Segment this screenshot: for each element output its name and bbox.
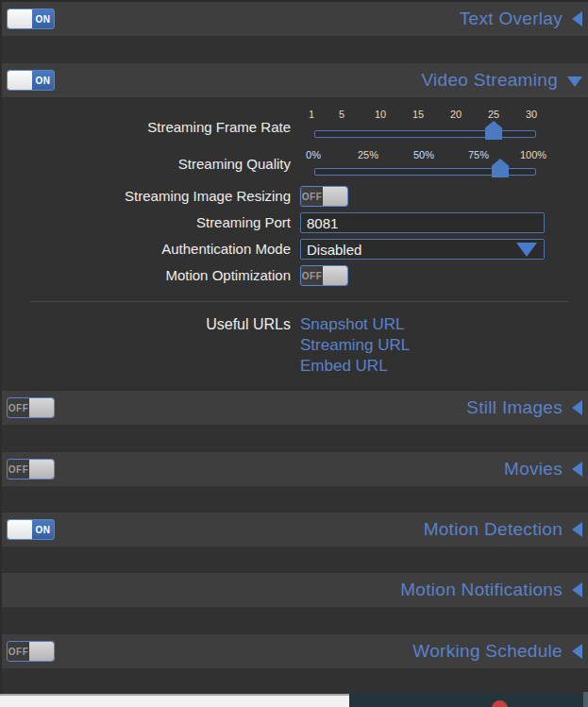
toggle-state-label: ON (32, 9, 54, 28)
section-header-right: Movies (504, 459, 582, 480)
frame-rate-slider-handle[interactable] (485, 121, 502, 140)
streaming-frame-rate-slider[interactable] (314, 130, 536, 138)
toggle-knob (29, 460, 54, 479)
frame-rate-tick: 25 (488, 109, 499, 121)
section-header-right: Still Images (466, 397, 582, 418)
frame-rate-tick: 10 (375, 109, 386, 121)
scrollbar-fragment[interactable] (583, 692, 588, 707)
panel-left-edge (0, 0, 2, 694)
frame-rate-tick: 30 (526, 109, 537, 121)
chevron-left-icon (572, 522, 582, 537)
collapsed-section-spacer (0, 36, 588, 63)
section-header-motion-detection[interactable]: ON Motion Detection (0, 513, 588, 547)
frame-rate-tick: 5 (339, 109, 344, 121)
toggle-state-label: OFF (8, 460, 29, 479)
snapshot-url-link[interactable]: Snapshot URL (300, 315, 405, 334)
collapsed-section-spacer (0, 547, 588, 573)
quality-tick: 50% (413, 149, 434, 161)
toggle-knob (8, 520, 32, 539)
section-header-right: Motion Detection (424, 519, 582, 540)
settings-panel: ON Text Overlay ON Video Streaming Strea… (0, 0, 588, 707)
toggle-state-label: OFF (8, 642, 29, 661)
toggle-knob (323, 187, 347, 206)
section-title-text-overlay[interactable]: Text Overlay (460, 8, 563, 29)
streaming-url-link[interactable]: Streaming URL (300, 336, 410, 355)
section-header-motion-notifications[interactable]: Motion Notifications (0, 573, 588, 607)
motion-detection-toggle[interactable]: ON (7, 519, 55, 540)
still-images-toggle[interactable]: OFF (7, 397, 55, 418)
section-title-motion-detection[interactable]: Motion Detection (424, 519, 563, 540)
text-overlay-toggle[interactable]: ON (7, 8, 55, 29)
section-title-video-streaming[interactable]: Video Streaming (421, 70, 558, 91)
panel-bottom-spacer (0, 668, 588, 694)
embed-url-link[interactable]: Embed URL (300, 357, 388, 376)
toggle-knob (8, 9, 32, 28)
streaming-port-label: Streaming Port (0, 213, 291, 232)
toggle-state-label: OFF (301, 266, 323, 285)
section-header-video-streaming[interactable]: ON Video Streaming (0, 63, 588, 97)
section-divider (30, 301, 568, 302)
section-header-right: Text Overlay (460, 8, 582, 29)
quality-tick: 75% (468, 149, 489, 161)
frame-rate-label: Streaming Frame Rate (0, 118, 291, 137)
section-header-right: Working Schedule (412, 641, 582, 662)
section-title-still-images[interactable]: Still Images (466, 397, 563, 418)
section-header-right: Video Streaming (421, 70, 582, 91)
working-schedule-toggle[interactable]: OFF (7, 641, 55, 662)
auth-mode-select[interactable]: Disabled (300, 239, 545, 260)
toggle-knob (8, 71, 32, 90)
auth-mode-selected-value: Disabled (307, 242, 361, 258)
section-header-right: Motion Notifications (400, 580, 582, 600)
useful-urls-label: Useful URLs (0, 315, 291, 334)
section-header-text-overlay[interactable]: ON Text Overlay (0, 2, 588, 36)
toggle-knob (323, 266, 347, 285)
light-page-area (0, 694, 349, 707)
collapsed-section-spacer (0, 486, 588, 513)
toggle-knob (29, 398, 54, 417)
section-header-working-schedule[interactable]: OFF Working Schedule (0, 634, 588, 668)
chevron-left-icon (572, 644, 582, 659)
section-header-still-images[interactable]: OFF Still Images (0, 391, 588, 425)
video-streaming-settings: Streaming Frame Rate 1 5 10 15 20 25 30 … (0, 97, 588, 391)
quality-label: Streaming Quality (0, 155, 291, 174)
chevron-left-icon (572, 11, 582, 26)
image-resizing-toggle[interactable]: OFF (300, 186, 348, 207)
toggle-knob (29, 642, 54, 661)
page-background-below-panel (0, 694, 588, 707)
toggle-state-label: OFF (8, 398, 29, 417)
camera-frame-edge (349, 694, 588, 707)
section-title-movies[interactable]: Movies (504, 459, 563, 480)
section-title-motion-notifications[interactable]: Motion Notifications (400, 580, 563, 600)
collapsed-section-spacer (0, 425, 588, 452)
frame-rate-tick: 1 (309, 109, 314, 121)
frame-rate-tick: 15 (412, 109, 424, 121)
quality-tick: 100% (520, 149, 546, 161)
frame-rate-tick: 20 (450, 109, 462, 121)
section-header-movies[interactable]: OFF Movies (0, 452, 588, 486)
toggle-state-label: OFF (301, 187, 323, 206)
movies-toggle[interactable]: OFF (7, 459, 55, 480)
chevron-left-icon (572, 462, 582, 477)
video-streaming-toggle[interactable]: ON (7, 70, 55, 91)
motion-optimization-label: Motion Optimization (0, 266, 291, 285)
image-resizing-label: Streaming Image Resizing (0, 187, 291, 206)
motion-optimization-toggle[interactable]: OFF (300, 265, 348, 286)
auth-mode-label: Authentication Mode (0, 240, 291, 259)
quality-slider-handle[interactable] (492, 159, 509, 177)
dropdown-caret-icon (516, 243, 537, 257)
section-title-working-schedule[interactable]: Working Schedule (412, 641, 563, 662)
chevron-down-icon (567, 76, 582, 87)
streaming-port-input[interactable] (300, 212, 545, 233)
collapsed-section-spacer (0, 607, 588, 634)
toggle-state-label: ON (32, 520, 54, 539)
quality-tick: 25% (358, 149, 378, 161)
chevron-left-icon (572, 400, 582, 415)
quality-tick: 0% (306, 149, 321, 161)
toggle-state-label: ON (32, 71, 54, 90)
chevron-left-icon (572, 582, 582, 598)
